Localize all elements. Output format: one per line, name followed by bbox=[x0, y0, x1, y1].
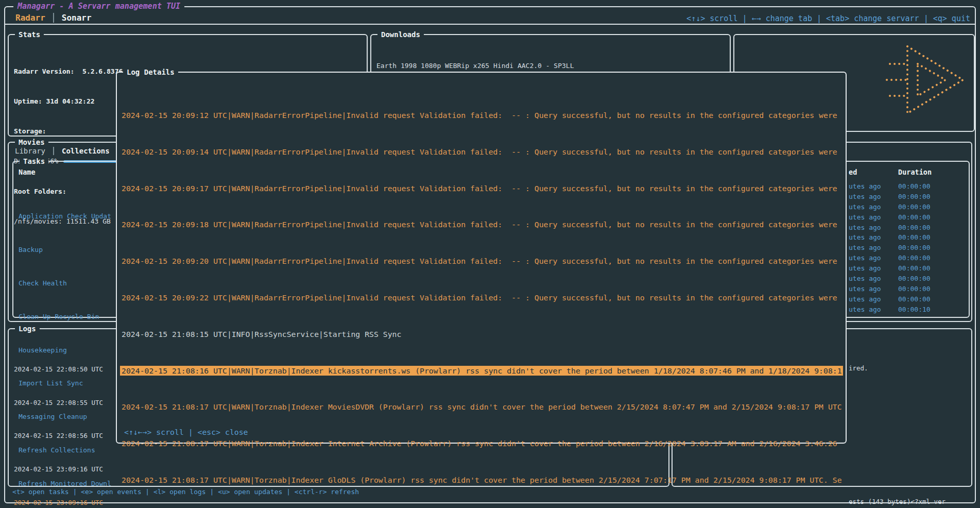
task-queued-value: utes ago bbox=[849, 294, 898, 304]
stats-panel-title: Stats bbox=[15, 29, 44, 40]
task-duration-value: 00:00:00 bbox=[898, 192, 931, 202]
download-item-title: Earth 1998 1080p WEBRip x265 Hindi AAC2.… bbox=[376, 62, 726, 72]
tasks-table-headers: ed Duration bbox=[849, 168, 932, 176]
task-duration-value: 00:00:00 bbox=[898, 263, 931, 274]
downloads-panel-title: Downloads bbox=[377, 29, 424, 40]
task-queue-row: utes ago 00:00:00 bbox=[849, 263, 931, 274]
movies-tab-bar: Library Collections bbox=[15, 147, 126, 155]
event-fragment bbox=[849, 397, 945, 407]
task-queue-row: utes ago 00:00:00 bbox=[849, 181, 931, 192]
task-queue-row: utes ago 00:00:00 bbox=[849, 243, 931, 253]
task-queue-row: utes ago 00:00:10 bbox=[849, 304, 931, 315]
movies-tab[interactable]: Collections bbox=[62, 147, 118, 155]
event-fragment bbox=[849, 463, 945, 473]
task-duration-value: 00:00:00 bbox=[898, 253, 931, 263]
modal-log-line[interactable]: 2024-02-15 20:09:17 UTC|WARN|RadarrError… bbox=[120, 183, 843, 194]
servarr-tab[interactable]: Radarr bbox=[15, 13, 54, 23]
task-duration-value: 00:00:00 bbox=[898, 243, 931, 253]
task-duration-value: 00:00:00 bbox=[898, 223, 931, 233]
modal-log-line[interactable]: 2024-02-15 21:08:16 UTC|WARN|Torznab|Ind… bbox=[120, 366, 843, 376]
task-row[interactable]: Check Health bbox=[19, 278, 111, 289]
tasks-duration-header: Duration bbox=[898, 168, 932, 176]
modal-log-line[interactable]: 2024-02-15 21:08:17 UTC|WARN|Torznab|Ind… bbox=[120, 475, 843, 485]
tasks-name-header: Name bbox=[19, 168, 36, 176]
task-queued-value: utes ago bbox=[849, 253, 898, 263]
task-queue-row: utes ago 00:00:00 bbox=[849, 202, 931, 212]
task-queued-value: utes ago bbox=[849, 263, 898, 274]
task-row[interactable]: Application Check Updat bbox=[19, 211, 111, 222]
modal-footer-keybinds: <↑↓←→> scroll | <esc> close bbox=[124, 428, 248, 436]
task-duration-value: 00:00:00 bbox=[898, 232, 931, 243]
task-queued-value: utes ago bbox=[849, 243, 898, 253]
task-queued-value: utes ago bbox=[849, 212, 898, 223]
logs-panel-title: Logs bbox=[15, 324, 40, 334]
task-queue-row: utes ago 00:00:00 bbox=[849, 192, 931, 202]
task-duration-value: 00:00:00 bbox=[898, 181, 931, 192]
modal-log-line[interactable]: 2024-02-15 21:08:17 UTC|WARN|Torznab|Ind… bbox=[120, 402, 843, 412]
tasks-queued-header: ed bbox=[849, 168, 898, 176]
task-duration-value: 00:00:00 bbox=[898, 294, 931, 304]
task-queue-row: utes ago 00:00:00 bbox=[849, 212, 931, 223]
modal-log-line[interactable]: 2024-02-15 20:09:20 UTC|WARN|RadarrError… bbox=[120, 256, 843, 266]
events-list: ired. ests (143 bytes)<?xml ver required… bbox=[849, 332, 945, 508]
header-divider bbox=[4, 24, 975, 25]
task-duration-value: 00:00:10 bbox=[898, 304, 931, 315]
modal-log-line[interactable]: 2024-02-15 21:08:15 UTC|INFO|RssSyncServ… bbox=[120, 329, 843, 340]
task-row[interactable]: Clean Up Recycle Bin bbox=[19, 312, 111, 322]
task-duration-value: 00:00:00 bbox=[898, 284, 931, 294]
app-title: Managarr - A Servarr management TUI bbox=[13, 2, 184, 11]
movies-tab[interactable]: Library bbox=[15, 147, 54, 155]
modal-log-line[interactable]: 2024-02-15 20:09:18 UTC|WARN|RadarrError… bbox=[120, 219, 843, 230]
event-fragment: ired. bbox=[849, 363, 945, 374]
managarr-play-logo-icon bbox=[885, 41, 967, 118]
task-queue-row: utes ago 00:00:00 bbox=[849, 232, 931, 243]
modal-log-line[interactable]: 2024-02-15 20:09:22 UTC|WARN|RadarrError… bbox=[120, 293, 843, 303]
task-queued-value: utes ago bbox=[849, 202, 898, 212]
tasks-queue-list: utes ago 00:00:00 utes ago 00:00:00 utes… bbox=[849, 181, 931, 315]
modal-log-line[interactable]: 2024-02-15 21:08:17 UTC|WARN|Torznab|Ind… bbox=[120, 438, 843, 449]
task-queue-row: utes ago 00:00:00 bbox=[849, 294, 931, 304]
task-row[interactable]: Backup bbox=[19, 245, 111, 255]
task-queued-value: utes ago bbox=[849, 274, 898, 284]
servarr-tab-bar: Radarr Sonarr bbox=[15, 13, 107, 23]
event-fragment bbox=[849, 430, 945, 441]
task-queue-row: utes ago 00:00:00 bbox=[849, 274, 931, 284]
task-queued-value: utes ago bbox=[849, 232, 898, 243]
task-queue-row: utes ago 00:00:00 bbox=[849, 223, 931, 233]
log-details-list: 2024-02-15 20:09:12 UTC|WARN|RadarrError… bbox=[120, 75, 843, 508]
task-queued-value: utes ago bbox=[849, 223, 898, 233]
log-details-modal: Log Details 2024-02-15 20:09:12 UTC|WARN… bbox=[116, 72, 847, 444]
modal-log-line[interactable]: 2024-02-15 20:09:12 UTC|WARN|RadarrError… bbox=[120, 110, 843, 121]
task-queued-value: utes ago bbox=[849, 284, 898, 294]
tasks-panel-title: Tasks bbox=[20, 156, 48, 166]
modal-log-line[interactable]: 2024-02-15 20:09:14 UTC|WARN|RadarrError… bbox=[120, 147, 843, 157]
task-duration-value: 00:00:00 bbox=[898, 202, 931, 212]
task-duration-value: 00:00:00 bbox=[898, 212, 931, 223]
task-queued-value: utes ago bbox=[849, 192, 898, 202]
task-duration-value: 00:00:00 bbox=[898, 274, 931, 284]
task-queue-row: utes ago 00:00:00 bbox=[849, 284, 931, 294]
task-queued-value: utes ago bbox=[849, 304, 898, 315]
task-queued-value: utes ago bbox=[849, 181, 898, 192]
movies-panel-title: Movies bbox=[15, 137, 48, 147]
event-fragment: ests (143 bytes)<?xml ver bbox=[849, 497, 945, 507]
task-queue-row: utes ago 00:00:00 bbox=[849, 253, 931, 263]
header-keybinds: <↑↓> scroll | ←→ change tab | <tab> chan… bbox=[686, 14, 970, 23]
servarr-tab[interactable]: Sonarr bbox=[62, 13, 99, 23]
